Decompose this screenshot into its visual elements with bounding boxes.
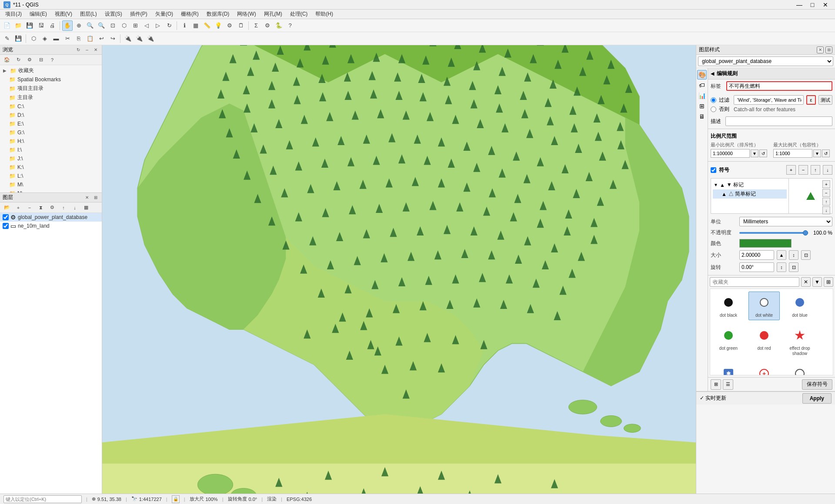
browser-home-button[interactable]: 🏠 <box>2 55 12 65</box>
field-calc-button[interactable]: Σ <box>251 20 261 31</box>
browser-filter-button[interactable]: ⚙ <box>24 55 35 65</box>
browser-item-l[interactable]: 📁L:\ <box>0 172 102 180</box>
zoom-full-button[interactable]: ⊞ <box>130 20 140 31</box>
color-swatch[interactable] <box>739 239 792 248</box>
zoom-layer-button[interactable]: ⬡ <box>119 20 129 31</box>
browser-item-[interactable]: 📁主目录 <box>0 93 102 102</box>
layer-item-ne10mland[interactable]: ▭ne_10m_land <box>0 222 102 230</box>
refresh-button[interactable]: ↻ <box>164 20 174 31</box>
browser-item-c[interactable]: 📁C:\ <box>0 102 102 111</box>
symbol-down-button[interactable]: ↓ <box>823 165 832 175</box>
tips-button[interactable]: 💡 <box>213 20 224 31</box>
plugin-button3[interactable]: 🔌 <box>145 33 156 44</box>
style-tab-symbology[interactable]: 🎨 <box>697 70 707 80</box>
zoom-selection-button[interactable]: ⊡ <box>107 20 118 31</box>
description-input[interactable] <box>725 116 832 126</box>
browser-item-[interactable]: ▶📁收藏夹 <box>0 66 102 75</box>
back-button[interactable]: ◀ <box>711 71 714 76</box>
browser-item-[interactable]: 📁项目主目录 <box>0 84 102 93</box>
minimize-button[interactable]: — <box>793 0 805 9</box>
layer-up-button[interactable]: ↑ <box>58 202 69 213</box>
min-scale-btn[interactable]: ▼ <box>751 149 758 157</box>
plugin-button2[interactable]: 🔌 <box>134 33 144 44</box>
paste-feature-button[interactable]: 📋 <box>85 33 95 44</box>
unit-select[interactable]: Millimeters <box>739 217 832 226</box>
menu-item-s[interactable]: 设置(S) <box>101 10 126 19</box>
opacity-slider[interactable] <box>739 232 808 234</box>
symbol-cell-dot-black[interactable]: dot black <box>713 292 744 320</box>
size-link-btn[interactable]: ⊡ <box>801 250 811 260</box>
attribute-table-button[interactable]: 🗒 <box>236 20 246 31</box>
symbol-search-go-button[interactable]: ⊞ <box>824 277 833 287</box>
toggle-edit-button[interactable]: ✎ <box>2 33 12 44</box>
symbol-list-view-button[interactable]: ☰ <box>723 379 733 390</box>
zoom-out-button[interactable]: 🔍 <box>96 20 107 31</box>
rotation-link-btn[interactable]: ⊡ <box>789 262 798 272</box>
menu-item-o[interactable]: 矢量(O) <box>152 10 177 19</box>
symbol-search-options-button[interactable]: ▼ <box>812 277 822 287</box>
menu-item-e[interactable]: 编辑(E) <box>26 10 50 19</box>
layer-properties-button[interactable]: ⚙ <box>47 202 57 213</box>
vertex-tool-button[interactable]: ◈ <box>40 33 50 44</box>
symbol-cell-plus-red[interactable]: + <box>748 363 780 375</box>
symbol-tree-root[interactable]: ▼ ▲ ▼ 标记 <box>713 180 787 189</box>
open-layer-button[interactable]: 📂 <box>2 202 12 213</box>
min-scale-input[interactable] <box>711 149 750 158</box>
browser-collapse-button[interactable]: – <box>84 46 90 53</box>
symbol-search-input[interactable] <box>710 277 799 287</box>
digitize-button[interactable]: ⬡ <box>28 33 39 44</box>
filter-test-button[interactable]: 测试 <box>818 95 832 105</box>
right-panel-float-button[interactable]: ⊞ <box>825 46 832 53</box>
menu-item-r[interactable]: 栅格(R) <box>177 10 202 19</box>
menu-item-m[interactable]: 网孔(M) <box>261 10 286 19</box>
symbol-cell-dot-blue[interactable]: dot blue <box>784 292 815 320</box>
new-project-button[interactable]: 📄 <box>2 20 12 31</box>
symbol-search-clear-button[interactable]: ✕ <box>801 277 811 287</box>
browser-item-k[interactable]: 📁K:\ <box>0 163 102 172</box>
filter-input[interactable] <box>734 95 804 105</box>
preview-btn4[interactable]: ↓ <box>822 206 830 214</box>
filter-layer-button[interactable]: ⧗ <box>36 202 46 213</box>
browser-item-g[interactable]: 📁G:\ <box>0 128 102 137</box>
menu-item-w[interactable]: 网络(W) <box>234 10 259 19</box>
style-tab-diagrams[interactable]: 📊 <box>697 91 707 100</box>
layer-item-globalpowerplantdatabase[interactable]: ⚙global_power_plant_database <box>0 213 102 222</box>
add-polygon-button[interactable]: ▬ <box>51 33 61 44</box>
browser-close-button[interactable]: ✕ <box>92 46 99 53</box>
style-tab-fields[interactable]: ⊞ <box>697 101 707 111</box>
browser-item-e[interactable]: 📁E:\ <box>0 119 102 128</box>
size-input[interactable] <box>739 250 774 260</box>
layers-close-button[interactable]: ✕ <box>84 194 90 201</box>
style-tab-rendering[interactable]: 🖥 <box>697 112 707 121</box>
save-edits-button[interactable]: 💾 <box>13 33 23 44</box>
filter-expression-button[interactable]: ε <box>806 95 816 105</box>
max-scale-btn[interactable]: ▼ <box>813 149 821 157</box>
max-scale-reset-btn[interactable]: ↺ <box>822 149 830 157</box>
filter-radio[interactable] <box>711 97 716 103</box>
symbol-grid-view-button[interactable]: ⊞ <box>711 379 721 390</box>
map-canvas[interactable] <box>102 45 696 494</box>
print-button[interactable]: 🖨 <box>47 20 57 31</box>
layers-float-button[interactable]: ⊞ <box>92 194 99 201</box>
min-scale-reset-btn[interactable]: ↺ <box>759 149 767 157</box>
symbol-cell-dot-green[interactable]: dot green <box>713 325 744 358</box>
browser-item-spatialbookmarks[interactable]: 📁Spatial Bookmarks <box>0 75 102 84</box>
python-button[interactable]: 🐍 <box>274 20 284 31</box>
browser-item-h[interactable]: 📁H:\ <box>0 137 102 146</box>
label-input[interactable] <box>726 81 832 91</box>
layer-checkbox[interactable] <box>3 223 9 229</box>
open-project-button[interactable]: 📁 <box>13 20 23 31</box>
pan-map-arrows-button[interactable]: ⊕ <box>73 20 84 31</box>
close-button[interactable]: ✕ <box>819 0 832 9</box>
browser-item-j[interactable]: 📁J:\ <box>0 154 102 163</box>
save-as-button[interactable]: 🖫 <box>36 20 46 31</box>
zoom-in-button[interactable]: 🔍 <box>85 20 95 31</box>
remove-layer-button[interactable]: − <box>24 202 35 213</box>
layer-group-button[interactable]: ▦ <box>81 202 91 213</box>
symbol-up-button[interactable]: ↑ <box>811 165 820 175</box>
select-button[interactable]: ▦ <box>190 20 201 31</box>
layer-select-dropdown[interactable]: global_power_plant_database <box>698 56 833 66</box>
zoom-last-button[interactable]: ◁ <box>141 20 152 31</box>
browser-item-m[interactable]: 📁M\ <box>0 180 102 189</box>
save-symbol-button[interactable]: 保存符号 <box>802 379 832 390</box>
